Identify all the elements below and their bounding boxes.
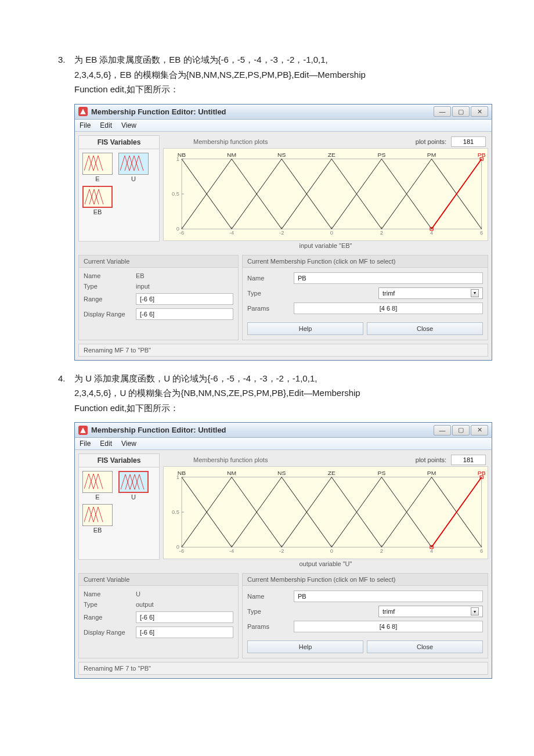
svg-text:PB: PB — [478, 470, 486, 476]
label-type: Type — [84, 283, 136, 290]
mf-name-input[interactable]: PB — [294, 591, 483, 602]
svg-text:ZE: ZE — [328, 152, 335, 158]
mf-params-input[interactable]: [4 6 8] — [294, 303, 483, 314]
plot-points-input[interactable] — [451, 455, 486, 465]
menubar: File Edit View — [75, 120, 492, 132]
svg-text:NM: NM — [227, 152, 236, 158]
close-button[interactable]: ✕ — [471, 425, 488, 435]
var-u[interactable] — [118, 471, 149, 493]
list-item-4: 4.为 U 添加隶属度函数，U 的论域为{-6，-5，-4，-3，-2，-1,0… — [58, 371, 476, 416]
item-text: 2,3,4,5,6}，EB 的模糊集合为{NB,NM,NS,ZE,PS,PM,P… — [74, 67, 476, 82]
svg-text:NB: NB — [178, 152, 186, 158]
maximize-button[interactable]: ▢ — [452, 425, 470, 435]
status-text: Renaming MF 7 to "PB" — [84, 347, 151, 354]
plot-points-label: plot points: — [416, 138, 446, 145]
cv-type: output — [136, 601, 233, 608]
mf-params-input[interactable]: [4 6 8] — [294, 621, 483, 632]
cv-header: Current Variable — [79, 255, 238, 268]
svg-text:PB: PB — [478, 152, 486, 158]
svg-text:PS: PS — [378, 470, 386, 476]
cv-header: Current Variable — [79, 574, 238, 586]
titlebar: Membership Function Editor: Untitled — ▢… — [75, 423, 492, 438]
minimize-button[interactable]: — — [434, 425, 451, 435]
mf-plot[interactable]: 00.51-6-4-20246NBNMNSZEPSPMPB — [163, 466, 488, 559]
item-text: 为 EB 添加隶属度函数，EB 的论域为{-6，-5，-4，-3，-2，-1,0… — [74, 55, 328, 64]
window-title: Membership Function Editor: Untitled — [91, 426, 434, 434]
svg-text:0: 0 — [330, 548, 333, 554]
svg-text:PM: PM — [427, 470, 436, 476]
menu-file[interactable]: File — [80, 121, 91, 129]
menu-edit[interactable]: Edit — [100, 121, 112, 129]
svg-text:0.5: 0.5 — [172, 191, 179, 197]
svg-rect-30 — [182, 477, 482, 547]
item-number: 4. — [58, 373, 74, 383]
cv-drange-input[interactable]: [-6 6] — [136, 627, 233, 638]
label-range: Range — [84, 296, 136, 303]
label-drange: Display Range — [84, 629, 136, 636]
svg-text:PM: PM — [427, 152, 436, 158]
close-button[interactable]: Close — [367, 640, 483, 653]
current-variable-panel: Current Variable Name U Type output Rang… — [78, 573, 239, 658]
svg-text:NS: NS — [277, 152, 286, 158]
minimize-button[interactable]: — — [434, 106, 451, 117]
mf-type-select[interactable]: trimf▾ — [378, 287, 483, 299]
svg-text:2: 2 — [380, 548, 383, 554]
label-range: Range — [84, 614, 136, 621]
cv-range-input[interactable]: [-6 6] — [136, 611, 233, 623]
help-button[interactable]: Help — [247, 322, 363, 335]
mf-header: Current Membership Function (click on MF… — [243, 574, 488, 586]
svg-text:NS: NS — [277, 470, 286, 476]
var-e[interactable] — [82, 471, 113, 493]
var-u[interactable] — [118, 153, 149, 175]
svg-text:0: 0 — [330, 230, 333, 236]
menu-view[interactable]: View — [121, 121, 136, 129]
mf-name-input[interactable]: PB — [294, 272, 483, 284]
mf-plot[interactable]: 00.51-6-4-20246NBNMNSZEPSPMPB — [163, 148, 488, 241]
svg-text:-2: -2 — [279, 230, 284, 236]
label-drange: Display Range — [84, 311, 136, 318]
var-eb[interactable] — [82, 504, 113, 526]
app-icon — [78, 426, 88, 435]
menu-view[interactable]: View — [121, 440, 136, 448]
menu-file[interactable]: File — [80, 440, 91, 448]
mf-editor-window: Membership Function Editor: Untitled — ▢… — [74, 422, 492, 679]
label-name: Name — [247, 593, 288, 600]
mfp-label: Membership function plots — [193, 456, 268, 463]
maximize-button[interactable]: ▢ — [452, 106, 470, 117]
item-text: 为 U 添加隶属度函数，U 的论域为{-6，-5，-4，-3，-2，-1,0,1… — [74, 373, 317, 383]
cv-drange-input[interactable]: [-6 6] — [136, 308, 233, 320]
menubar: File Edit View — [75, 438, 492, 450]
close-button[interactable]: Close — [367, 322, 483, 335]
label-name: Name — [84, 272, 136, 279]
svg-text:-2: -2 — [279, 548, 284, 554]
label-name: Name — [84, 591, 136, 597]
current-variable-panel: Current Variable Name EB Type input Rang… — [78, 255, 239, 340]
var-eb[interactable] — [82, 186, 113, 208]
label-params: Params — [247, 305, 288, 312]
status-bar: Renaming MF 7 to "PB" WWW.ZIXIN.COM.CN — [78, 344, 488, 357]
svg-text:-6: -6 — [179, 230, 184, 236]
plot-caption: input variable "EB" — [163, 242, 488, 249]
item-text: 2,3,4,5,6}，U 的模糊集合为{NB,NM,NS,ZE,PS,PM,PB… — [74, 386, 476, 401]
mf-editor-window: Membership Function Editor: Untitled — ▢… — [74, 104, 492, 361]
svg-text:-4: -4 — [229, 230, 234, 236]
mf-type-select[interactable]: trimf▾ — [378, 606, 483, 617]
close-button[interactable]: ✕ — [471, 106, 488, 117]
menu-edit[interactable]: Edit — [100, 440, 112, 448]
cv-range-input[interactable]: [-6 6] — [136, 293, 233, 305]
label-type: Type — [247, 290, 288, 297]
svg-text:-4: -4 — [229, 548, 234, 554]
chevron-down-icon: ▾ — [471, 289, 479, 297]
svg-text:ZE: ZE — [328, 470, 335, 476]
item-number: 3. — [58, 55, 74, 64]
svg-text:4: 4 — [430, 548, 433, 554]
plot-points-input[interactable] — [451, 136, 486, 147]
label-type: Type — [247, 608, 288, 615]
titlebar: Membership Function Editor: Untitled — ▢… — [75, 105, 492, 120]
var-e[interactable] — [82, 153, 113, 175]
window-title: Membership Function Editor: Untitled — [91, 107, 434, 116]
fis-variables-box: E U EB — [78, 467, 160, 560]
svg-text:NM: NM — [227, 470, 236, 476]
label-params: Params — [247, 623, 288, 630]
help-button[interactable]: Help — [247, 640, 363, 653]
